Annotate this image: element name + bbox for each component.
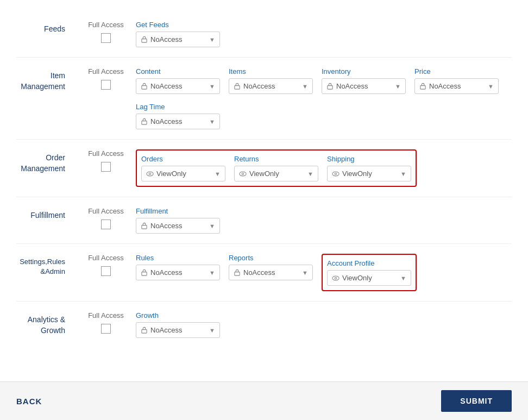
items-dropdown[interactable]: NoAccess ▼ [229, 78, 313, 94]
growth-value: NoAccess [150, 326, 207, 334]
svg-rect-3 [328, 86, 332, 90]
inventory-dropdown[interactable]: NoAccess ▼ [322, 78, 406, 94]
svg-point-9 [242, 173, 244, 175]
analytics-growth-dropdowns: Growth NoAccess ▼ [136, 311, 512, 338]
feeds-full-access-checkbox[interactable] [101, 33, 111, 43]
rules-arrow: ▼ [209, 269, 215, 276]
growth-dropdown[interactable]: NoAccess ▼ [136, 322, 220, 338]
reports-group: Reports NoAccess ▼ [229, 254, 313, 280]
content-lock-icon [141, 83, 148, 90]
returns-group: Returns ViewOnly ▼ [234, 155, 318, 181]
feeds-full-access-col: Full Access [76, 21, 136, 43]
svg-point-8 [240, 172, 246, 176]
growth-lock-icon [141, 327, 148, 334]
returns-value: ViewOnly [249, 170, 305, 178]
order-management-dropdowns: Orders ViewOnly ▼ Returns [136, 149, 512, 187]
rules-dropdown[interactable]: NoAccess ▼ [136, 265, 220, 280]
svg-point-6 [147, 172, 153, 176]
analytics-growth-full-access-col: Full Access [76, 311, 136, 334]
fulfillment-row: Fulfillment Full Access Fulfillment NoAc… [16, 197, 512, 244]
reports-lock-icon [234, 269, 241, 276]
feeds-label: Feeds [16, 21, 76, 35]
fulfillment-arrow: ▼ [209, 223, 215, 229]
price-arrow: ▼ [488, 83, 494, 90]
fulfillment-dropdowns: Fulfillment NoAccess ▼ [136, 207, 512, 234]
shipping-arrow: ▼ [400, 171, 406, 177]
fulfillment-dropdown-label: Fulfillment [136, 207, 220, 215]
fulfillment-full-access-checkbox[interactable] [101, 220, 111, 229]
items-label: Items [229, 67, 313, 76]
growth-label: Growth [136, 311, 220, 319]
analytics-growth-full-access-label: Full Access [88, 311, 124, 319]
inventory-group: Inventory NoAccess ▼ [322, 67, 406, 94]
shipping-value: ViewOnly [342, 170, 398, 178]
reports-value: NoAccess [243, 268, 300, 277]
order-management-full-access-label: Full Access [88, 149, 124, 158]
returns-label: Returns [234, 155, 318, 163]
growth-group: Growth NoAccess ▼ [136, 311, 220, 338]
feeds-row: Feeds Full Access Get Feeds NoAccess ▼ [16, 11, 512, 58]
item-management-dropdowns: Content NoAccess ▼ Items [136, 67, 512, 129]
orders-arrow: ▼ [215, 171, 221, 177]
returns-dropdown[interactable]: ViewOnly ▼ [234, 166, 318, 181]
items-group: Items NoAccess ▼ [229, 67, 313, 94]
item-management-full-access-checkbox[interactable] [101, 80, 111, 90]
analytics-growth-row: Analytics &Growth Full Access Growth NoA… [16, 302, 512, 348]
content-label: Content [136, 67, 220, 76]
svg-rect-0 [142, 39, 147, 43]
fulfillment-dropdown[interactable]: NoAccess ▼ [136, 218, 220, 234]
items-lock-icon [234, 83, 241, 90]
orders-eye-icon [146, 170, 154, 178]
account-profile-dropdown[interactable]: ViewOnly ▼ [327, 270, 411, 286]
get-feeds-dropdown[interactable]: NoAccess ▼ [136, 32, 220, 47]
svg-point-10 [332, 172, 339, 176]
content-group: Content NoAccess ▼ [136, 67, 220, 94]
lag-time-group: Lag Time NoAccess ▼ [136, 103, 220, 129]
analytics-growth-full-access-checkbox[interactable] [101, 324, 111, 334]
account-profile-value: ViewOnly [342, 274, 398, 282]
content-area: Feeds Full Access Get Feeds NoAccess ▼ [0, 0, 528, 381]
fulfillment-group: Fulfillment NoAccess ▼ [136, 207, 220, 234]
inventory-label: Inventory [322, 67, 406, 76]
orders-value: ViewOnly [156, 170, 212, 178]
svg-rect-14 [235, 272, 240, 276]
back-button[interactable]: BACK [16, 397, 42, 406]
inventory-value: NoAccess [336, 82, 393, 90]
lag-time-lock-icon [141, 118, 148, 125]
svg-rect-2 [235, 86, 240, 90]
lag-time-dropdown[interactable]: NoAccess ▼ [136, 114, 220, 129]
inventory-arrow: ▼ [395, 83, 401, 90]
shipping-label: Shipping [327, 155, 411, 163]
rules-value: NoAccess [150, 268, 207, 277]
orders-label: Orders [141, 155, 225, 163]
reports-dropdown[interactable]: NoAccess ▼ [229, 265, 313, 280]
item-management-label: ItemManagement [16, 67, 76, 92]
svg-rect-17 [142, 330, 147, 334]
shipping-dropdown[interactable]: ViewOnly ▼ [327, 166, 411, 181]
svg-point-16 [335, 277, 337, 279]
svg-point-15 [332, 276, 339, 280]
account-profile-highlighted-box: Account Profile ViewOnly ▼ [322, 254, 417, 291]
feeds-full-access-label: Full Access [88, 21, 124, 29]
content-dropdown[interactable]: NoAccess ▼ [136, 78, 220, 94]
orders-dropdown[interactable]: ViewOnly ▼ [141, 166, 225, 181]
rules-lock-icon [141, 269, 148, 276]
fulfillment-full-access-label: Full Access [88, 207, 124, 215]
lag-time-label: Lag Time [136, 103, 220, 111]
settings-rules-admin-full-access-checkbox[interactable] [101, 266, 111, 276]
order-management-highlighted-box: Orders ViewOnly ▼ Returns [136, 149, 417, 187]
get-feeds-group: Get Feeds NoAccess ▼ [136, 21, 220, 47]
order-management-label: OrderManagement [16, 149, 76, 174]
submit-button[interactable]: SUBMIT [441, 390, 512, 412]
order-management-full-access-checkbox[interactable] [101, 162, 111, 172]
svg-rect-1 [142, 86, 147, 90]
fulfillment-full-access-col: Full Access [76, 207, 136, 229]
bottom-bar: BACK SUBMIT [0, 381, 528, 420]
price-label: Price [414, 67, 499, 76]
shipping-eye-icon [332, 170, 340, 178]
price-dropdown[interactable]: NoAccess ▼ [414, 78, 499, 94]
settings-rules-admin-label: Settings,Rules&Admin [16, 254, 76, 277]
feeds-dropdowns: Get Feeds NoAccess ▼ [136, 21, 512, 47]
account-profile-eye-icon [332, 274, 340, 282]
settings-rules-admin-full-access-col: Full Access [76, 254, 136, 276]
